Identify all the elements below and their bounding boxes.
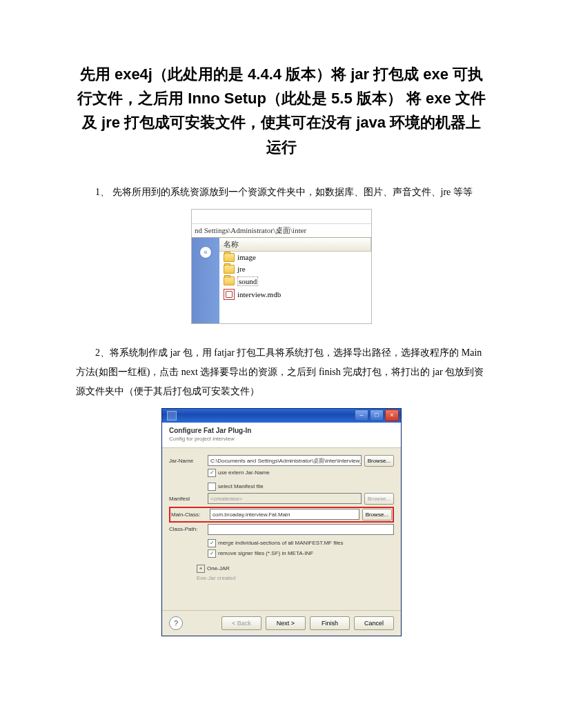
item-label: interview.mdb: [237, 290, 281, 299]
close-button[interactable]: ×: [385, 410, 399, 421]
checkbox-icon[interactable]: ✓: [208, 469, 216, 477]
main-class-input[interactable]: com.broaday.interview.Fat.Main: [210, 509, 359, 520]
main-class-highlight: Main-Class: com.broaday.interview.Fat.Ma…: [169, 507, 394, 523]
window-icon: [167, 411, 177, 421]
help-icon[interactable]: ?: [169, 616, 183, 630]
manifest-row: Manifest <createnew> Browse...: [169, 493, 394, 505]
use-extern-label: use extern Jar-Name: [218, 469, 270, 476]
dialog-subtitle: Config for project interview: [169, 436, 394, 442]
dialog-form: Jar-Name C:\Documents and Settings\Admin…: [162, 448, 401, 610]
jar-name-input[interactable]: C:\Documents and Settings\Administrator\…: [208, 455, 362, 466]
one-jar-row: + One-JAR: [169, 565, 394, 573]
fatjar-dialog: – □ × Configure Fat Jar Plug-In Config f…: [161, 408, 402, 636]
list-item[interactable]: sound: [219, 275, 371, 287]
jar-name-row: Jar-Name C:\Documents and Settings\Admin…: [169, 455, 394, 467]
expand-icon[interactable]: +: [197, 565, 205, 573]
list-item[interactable]: interview.mdb: [219, 287, 371, 301]
remove-row: ✓ remove signer files (*.SF) in META-INF: [169, 549, 394, 558]
finish-button[interactable]: Finish: [310, 616, 350, 630]
checkbox-icon[interactable]: ✓: [208, 539, 216, 547]
file-list: 名称 image jre sound inte: [219, 238, 371, 323]
list-item[interactable]: image: [219, 252, 371, 263]
jar-name-label: Jar-Name: [169, 458, 205, 464]
class-path-label: Class-Path:: [169, 526, 205, 532]
one-jar-label: One-JAR: [207, 565, 230, 572]
checkbox-icon[interactable]: ✓: [208, 549, 216, 558]
list-item[interactable]: jre: [219, 263, 371, 275]
class-path-input[interactable]: [208, 524, 394, 535]
collapse-icon[interactable]: «: [199, 246, 212, 259]
dialog-title: Configure Fat Jar Plug-In: [169, 427, 394, 434]
figure-1-wrap: nd Settings\Administrator\桌面\inter « 名称 …: [76, 209, 487, 324]
cancel-button[interactable]: Cancel: [354, 616, 394, 630]
back-button: < Back: [221, 616, 261, 630]
folder-icon: [224, 265, 235, 274]
explorer-side-panel: «: [192, 238, 219, 323]
item-label: jre: [237, 265, 246, 273]
manifest-label: Manifest: [169, 496, 205, 502]
folder-icon: [224, 253, 235, 262]
finish-note: Exe-Jar created: [169, 575, 394, 581]
browse-button[interactable]: Browse...: [364, 455, 394, 467]
mdb-icon: [224, 289, 235, 300]
next-button[interactable]: Next >: [266, 616, 306, 630]
select-manifest-label: select Manifest file: [218, 483, 264, 489]
explorer-toolbar-blank: [192, 210, 371, 224]
merge-label: merge individual-sections of all MANIFES…: [218, 540, 343, 546]
maximize-button[interactable]: □: [370, 410, 384, 421]
figure-2-wrap: – □ × Configure Fat Jar Plug-In Config f…: [76, 408, 487, 636]
document-title: 先用 exe4j（此处用的是 4.4.4 版本）将 jar 打包成 exe 可执…: [76, 62, 487, 159]
item-label: sound: [237, 276, 258, 286]
column-header-name[interactable]: 名称: [219, 238, 371, 252]
remove-label: remove signer files (*.SF) in META-INF: [218, 550, 313, 556]
titlebar[interactable]: – □ ×: [162, 409, 401, 423]
checkbox-icon[interactable]: [208, 483, 216, 491]
dialog-header: Configure Fat Jar Plug-In Config for pro…: [162, 423, 401, 448]
address-bar[interactable]: nd Settings\Administrator\桌面\inter: [192, 224, 371, 238]
manifest-input: <createnew>: [208, 493, 362, 504]
folder-icon: [224, 276, 235, 285]
select-manifest-row: select Manifest file: [169, 483, 394, 491]
main-class-label: Main-Class:: [171, 512, 207, 518]
minimize-button[interactable]: –: [355, 410, 368, 421]
paragraph-2: 2、将系统制作成 jar 包，用 fatjar 打包工具将系统打包，选择导出路径…: [76, 343, 487, 401]
merge-row: ✓ merge individual-sections of all MANIF…: [169, 539, 394, 547]
dialog-footer: ? < Back Next > Finish Cancel: [162, 610, 401, 636]
use-extern-row: ✓ use extern Jar-Name: [169, 469, 394, 477]
browse-button[interactable]: Browse...: [362, 509, 392, 520]
explorer-window: nd Settings\Administrator\桌面\inter « 名称 …: [191, 209, 372, 324]
class-path-row: Class-Path:: [169, 524, 394, 535]
paragraph-1: 1、 先将所用到的系统资源放到一个资源文件夹中，如数据库、图片、声音文件、jre…: [76, 183, 487, 202]
browse-button: Browse...: [364, 493, 394, 505]
item-label: image: [237, 253, 256, 261]
